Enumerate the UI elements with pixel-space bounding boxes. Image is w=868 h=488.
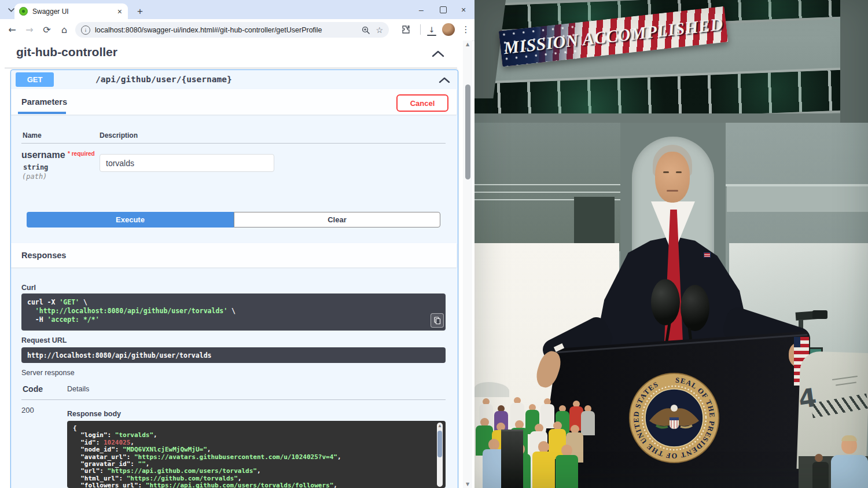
server-response-label: Server response	[21, 369, 75, 377]
description-column-header: Description	[100, 131, 138, 140]
new-tab-button[interactable]: +	[133, 5, 147, 19]
window-minimize-button[interactable]: –	[410, 0, 433, 19]
parameters-header-band	[11, 89, 457, 115]
active-tab-underline	[18, 112, 66, 114]
details-column-header: Details	[67, 385, 89, 393]
screenshot: Swagger UI × + – × ← → ⟳ ⌂ i localhost:8…	[0, 0, 868, 488]
collapse-operation-chevron-icon[interactable]	[439, 75, 450, 86]
site-info-icon[interactable]: i	[81, 25, 90, 35]
page-scrollbar-thumb[interactable]	[465, 85, 470, 179]
scrollbar-thumb[interactable]	[437, 431, 442, 457]
name-column-header: Name	[23, 131, 42, 140]
param-type: string	[23, 163, 48, 171]
browser-window: Swagger UI × + – × ← → ⟳ ⌂ i localhost:8…	[0, 0, 475, 488]
curl-label: Curl	[21, 284, 36, 292]
window-close-button[interactable]: ×	[454, 0, 473, 19]
url-text: localhost:8080/swagger-ui/index.html#/gi…	[95, 26, 356, 34]
swagger-page: git-hub-controller GET /api/github/user/…	[0, 41, 463, 488]
back-icon[interactable]: ←	[5, 22, 20, 37]
menu-kebab-icon[interactable]: ⋮	[458, 22, 473, 37]
tab-close-icon[interactable]: ×	[116, 7, 123, 16]
window-maximize-button[interactable]	[432, 0, 455, 19]
table-divider	[21, 143, 446, 144]
tab-parameters[interactable]: Parameters	[21, 97, 67, 107]
section-divider	[5, 68, 457, 68]
username-input[interactable]	[100, 154, 274, 172]
copy-to-clipboard-icon[interactable]	[431, 313, 444, 328]
operation-path[interactable]: /api/github/user/{username}	[95, 75, 232, 84]
status-code: 200	[21, 406, 34, 414]
photo-mission-accomplished: MISSION ACCOMPLISHED	[475, 0, 868, 488]
zoom-icon[interactable]	[362, 26, 370, 34]
profile-avatar[interactable]	[441, 22, 456, 37]
maximize-icon	[440, 6, 447, 13]
response-body-scrollbar[interactable]: ▲	[437, 423, 443, 487]
scroll-up-icon[interactable]: ▲	[463, 42, 472, 47]
cancel-button[interactable]: Cancel	[396, 94, 448, 112]
code-column-header: Code	[23, 384, 43, 394]
controller-title: git-hub-controller	[16, 45, 117, 59]
curl-command-block[interactable]: curl -X 'GET' \ 'http://localhost:8080/a…	[21, 293, 446, 331]
address-bar[interactable]: i localhost:8080/swagger-ui/index.html#/…	[75, 22, 389, 38]
response-table-divider	[21, 399, 446, 400]
photo-vignette	[475, 0, 868, 488]
get-method-badge: GET	[16, 72, 54, 87]
download-icon[interactable]: ↓	[424, 22, 439, 37]
required-label: * required	[68, 151, 95, 157]
responses-header-band	[11, 243, 457, 267]
param-name: username * required	[21, 150, 95, 160]
page-scrollbar[interactable]: ▲ ▼	[463, 41, 472, 488]
browser-titlebar: Swagger UI × + – ×	[0, 0, 475, 19]
swagger-favicon-icon	[19, 7, 28, 16]
reload-icon[interactable]: ⟳	[39, 22, 54, 37]
collapse-controller-chevron-icon[interactable]	[432, 49, 444, 60]
browser-tab[interactable]: Swagger UI ×	[14, 3, 128, 19]
request-url-label: Request URL	[21, 336, 67, 344]
responses-title: Responses	[21, 251, 66, 260]
avatar	[442, 23, 455, 36]
extensions-icon[interactable]	[398, 22, 413, 37]
request-url-block: http://localhost:8080/api/github/user/to…	[21, 347, 446, 363]
toolbar-divider	[420, 24, 421, 35]
bookmark-star-icon[interactable]: ☆	[376, 25, 383, 35]
scroll-down-icon[interactable]: ▼	[463, 482, 472, 487]
forward-icon[interactable]: →	[22, 22, 37, 37]
response-body-label: Response body	[67, 410, 121, 418]
param-location: (path)	[22, 173, 47, 181]
clear-button[interactable]: Clear	[234, 212, 440, 228]
response-body-block[interactable]: { "login": "torvalds", "id": 1024025, "n…	[67, 421, 446, 488]
tab-title: Swagger UI	[32, 8, 116, 16]
home-icon[interactable]: ⌂	[57, 22, 72, 37]
execute-button[interactable]: Execute	[27, 212, 234, 228]
scroll-up-icon[interactable]: ▲	[437, 423, 443, 427]
